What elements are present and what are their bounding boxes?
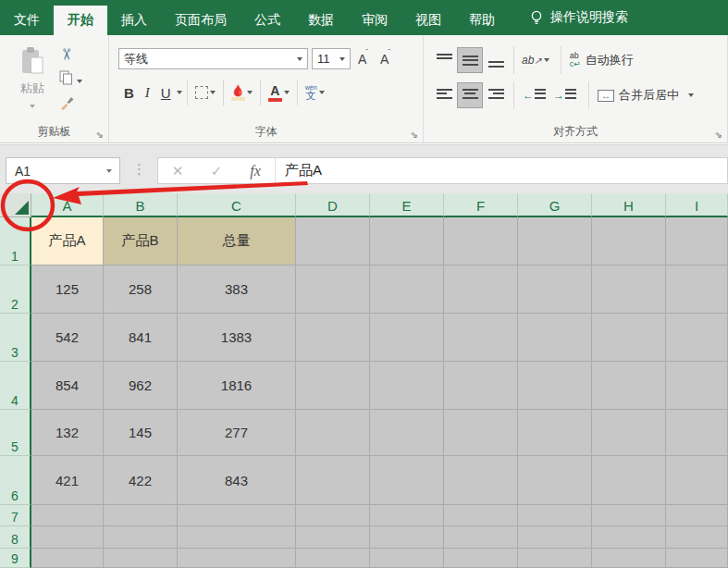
cell-B6[interactable]: 422 <box>104 456 178 505</box>
merge-dropdown-icon[interactable] <box>688 93 694 97</box>
cell-I8[interactable] <box>666 526 728 549</box>
cell-G4[interactable] <box>518 362 592 410</box>
orientation-button[interactable]: ab↗ <box>519 52 552 68</box>
cell-D9[interactable] <box>296 549 370 568</box>
copy-dropdown-icon[interactable] <box>77 80 82 83</box>
column-header-B[interactable]: B <box>104 193 178 217</box>
column-header-G[interactable]: G <box>518 193 592 217</box>
cell-A2[interactable]: 125 <box>31 265 104 314</box>
clipboard-dialog-launcher-icon[interactable]: ⇘ <box>96 130 104 140</box>
decrease-font-size-button[interactable]: Aˇ <box>376 52 395 67</box>
borders-button[interactable] <box>192 84 218 101</box>
row-header-7[interactable]: 7 <box>0 505 31 526</box>
cell-C7[interactable] <box>178 505 296 526</box>
cell-B4[interactable]: 962 <box>104 362 178 410</box>
menu-tab-9[interactable]: 帮助 <box>455 6 509 35</box>
cell-I7[interactable] <box>666 505 728 526</box>
font-size-combobox[interactable]: 11 <box>312 48 351 69</box>
cell-F3[interactable] <box>444 314 518 362</box>
font-size-dropdown-icon[interactable] <box>339 57 345 61</box>
align-bottom-button[interactable] <box>483 47 509 73</box>
cell-A4[interactable]: 854 <box>31 362 104 410</box>
cell-I1[interactable] <box>666 217 728 265</box>
row-header-2[interactable]: 2 <box>0 265 31 314</box>
cell-G2[interactable] <box>518 265 592 314</box>
cell-A8[interactable] <box>31 526 104 549</box>
cell-C5[interactable]: 277 <box>178 410 296 456</box>
wrap-text-button[interactable]: ab c↵ 自动换行 <box>570 52 634 68</box>
row-header-1[interactable]: 1 <box>0 217 31 265</box>
menu-tab-1[interactable]: 文件 <box>0 6 54 35</box>
menu-tab-5[interactable]: 公式 <box>241 6 294 35</box>
cell-A1[interactable]: 产品A <box>31 217 104 265</box>
cell-A5[interactable]: 132 <box>31 410 104 456</box>
cut-icon[interactable]: ✂ <box>58 47 74 60</box>
cell-B7[interactable] <box>104 505 178 526</box>
phonetic-dropdown-icon[interactable] <box>319 91 325 94</box>
tell-me-search[interactable]: 操作说明搜索 <box>529 0 628 35</box>
cell-C2[interactable]: 383 <box>178 265 296 314</box>
insert-function-button[interactable]: fx <box>236 163 275 179</box>
cell-B2[interactable]: 258 <box>104 265 178 314</box>
name-box-dropdown-icon[interactable] <box>106 169 112 173</box>
cell-E6[interactable] <box>370 456 444 505</box>
increase-indent-button[interactable]: → <box>549 87 580 105</box>
cell-C3[interactable]: 1383 <box>178 314 296 362</box>
cell-I5[interactable] <box>666 410 728 456</box>
cell-E4[interactable] <box>370 362 444 410</box>
phonetic-button[interactable]: wén 文 <box>302 82 327 103</box>
cell-A3[interactable]: 542 <box>31 314 104 362</box>
cell-H2[interactable] <box>592 265 666 314</box>
cancel-button[interactable]: ✕ <box>158 163 197 179</box>
cell-H8[interactable] <box>592 526 666 549</box>
cell-E1[interactable] <box>370 217 444 265</box>
copy-icon[interactable] <box>59 70 82 87</box>
select-all-button[interactable] <box>0 193 31 217</box>
cell-I6[interactable] <box>666 456 728 505</box>
column-header-I[interactable]: I <box>666 193 728 217</box>
cell-G9[interactable] <box>518 549 592 568</box>
cell-E9[interactable] <box>370 549 444 568</box>
cell-B8[interactable] <box>104 526 178 549</box>
row-header-6[interactable]: 6 <box>0 456 31 505</box>
cell-F2[interactable] <box>444 265 518 314</box>
cell-D2[interactable] <box>296 265 370 314</box>
cell-F9[interactable] <box>444 549 518 568</box>
cell-D4[interactable] <box>296 362 370 410</box>
menu-tab-8[interactable]: 视图 <box>401 6 455 35</box>
align-top-button[interactable] <box>431 47 457 73</box>
cell-F5[interactable] <box>444 410 518 456</box>
cell-I9[interactable] <box>666 549 728 568</box>
cell-H5[interactable] <box>592 410 666 456</box>
align-middle-button[interactable] <box>457 47 483 73</box>
cell-D7[interactable] <box>296 505 370 526</box>
cell-D1[interactable] <box>296 217 370 265</box>
font-name-combobox[interactable]: 等线 <box>118 48 308 69</box>
cell-C8[interactable] <box>178 526 296 549</box>
formula-input[interactable]: 产品A <box>285 162 322 179</box>
cell-G3[interactable] <box>518 314 592 362</box>
cell-C6[interactable]: 843 <box>178 456 296 505</box>
row-header-8[interactable]: 8 <box>0 526 31 549</box>
column-header-D[interactable]: D <box>296 193 370 217</box>
row-header-9[interactable]: 9 <box>0 549 31 568</box>
menu-tab-6[interactable]: 数据 <box>294 6 348 35</box>
font-color-button[interactable]: A <box>265 82 292 104</box>
format-painter-icon[interactable] <box>59 95 74 112</box>
decrease-indent-button[interactable]: ← <box>519 87 549 105</box>
align-left-button[interactable] <box>431 82 457 108</box>
cell-E3[interactable] <box>370 314 444 362</box>
cell-G7[interactable] <box>518 505 592 526</box>
cell-E8[interactable] <box>370 526 444 549</box>
column-header-H[interactable]: H <box>592 193 666 217</box>
cell-E7[interactable] <box>370 505 444 526</box>
cell-H7[interactable] <box>592 505 666 526</box>
cell-G6[interactable] <box>518 456 592 505</box>
formula-bar-resizer[interactable]: ⋮ <box>132 161 146 178</box>
borders-dropdown-icon[interactable] <box>210 91 216 94</box>
cell-I3[interactable] <box>666 314 728 362</box>
row-header-4[interactable]: 4 <box>0 362 31 410</box>
cell-G8[interactable] <box>518 526 592 549</box>
cell-C9[interactable] <box>178 549 296 568</box>
font-dialog-launcher-icon[interactable]: ⇘ <box>411 130 418 140</box>
